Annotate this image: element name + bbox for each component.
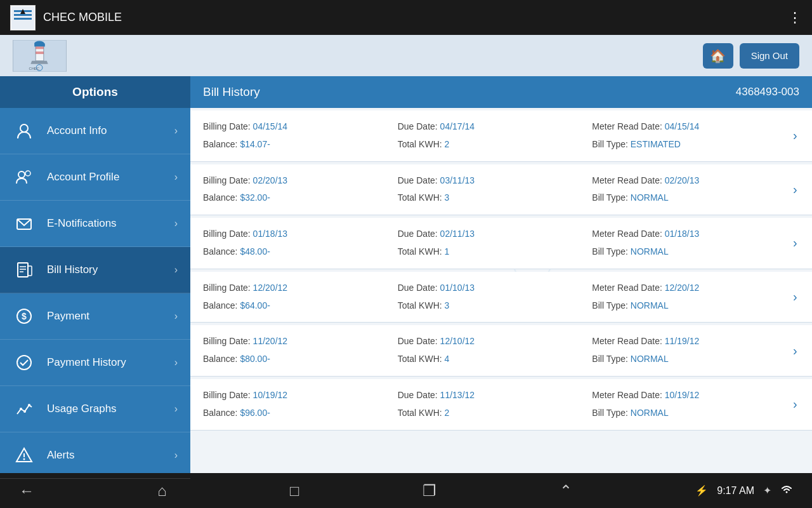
svg-point-26	[20, 408, 22, 410]
account-info-label: Account Info	[47, 124, 174, 137]
content-title: Bill History	[203, 85, 260, 99]
alerts-chevron: ›	[174, 450, 178, 461]
alerts-icon	[13, 444, 36, 467]
bill-chevron: ›	[787, 227, 797, 260]
svg-point-27	[23, 410, 26, 413]
sidebar-item-account-info[interactable]: Account Info ›	[0, 108, 190, 154]
status-bar: ⚡ 9:17 AM ✦	[695, 485, 793, 497]
bill-items-container: Billing Date: 04/15/14 Due Date: 04/17/1…	[190, 110, 812, 431]
home-button[interactable]: 🏠	[703, 43, 733, 69]
bill-item[interactable]: Billing Date: 01/18/13 Due Date: 02/11/1…	[190, 218, 812, 269]
svg-rect-2	[14, 14, 32, 16]
svg-rect-3	[14, 18, 32, 20]
bill-history-chevron: ›	[174, 264, 178, 276]
e-notifications-icon	[13, 212, 36, 235]
usage-graphs-chevron: ›	[174, 403, 178, 415]
svg-point-8	[34, 41, 44, 46]
sidebar-item-payment[interactable]: $ Payment ›	[0, 293, 190, 340]
svg-rect-9	[36, 46, 44, 49]
e-notifications-label: E-Notifications	[47, 217, 174, 230]
sidebar-item-account-profile[interactable]: Account Profile ›	[0, 154, 190, 201]
header-bar: CHEC 🏠 Sign Out	[0, 35, 812, 76]
bill-item[interactable]: Billing Date: 04/15/14 Due Date: 04/17/1…	[190, 110, 812, 162]
sidebar: Options Account Info › Account Profile ›…	[0, 76, 190, 473]
svg-point-25	[17, 356, 31, 370]
bill-list: Cape Hatteras Electric Cooperative Billi…	[190, 108, 812, 473]
account-info-icon	[13, 119, 36, 142]
svg-text:CHEC: CHEC	[29, 67, 39, 70]
bill-item[interactable]: Billing Date: 10/19/12 Due Date: 11/13/1…	[190, 379, 812, 431]
sidebar-item-e-notifications[interactable]: E-Notifications ›	[0, 201, 190, 247]
svg-point-16	[25, 171, 30, 176]
sign-out-button[interactable]: Sign Out	[740, 43, 799, 69]
svg-rect-18	[18, 263, 28, 277]
logo-area: CHEC	[13, 40, 67, 72]
bill-history-label: Bill History	[47, 264, 174, 276]
main-content: Options Account Info › Account Profile ›…	[0, 76, 812, 473]
e-notifications-chevron: ›	[174, 218, 178, 229]
bluetooth-icon: ✦	[763, 485, 771, 497]
home-icon: 🏠	[710, 48, 726, 64]
svg-text:$: $	[22, 311, 27, 321]
payment-history-label: Payment History	[47, 356, 174, 369]
back-button[interactable]: ←	[19, 482, 34, 500]
account-number: 4368493-003	[736, 86, 799, 98]
app-icon	[10, 5, 36, 30]
payment-history-chevron: ›	[174, 357, 178, 368]
home-nav-button[interactable]: ⌂	[157, 482, 167, 500]
svg-point-28	[28, 404, 30, 406]
usage-graphs-icon	[13, 398, 36, 420]
payment-icon: $	[13, 305, 36, 328]
account-profile-chevron: ›	[174, 171, 178, 183]
app-title: CHEC MOBILE	[43, 11, 122, 24]
bill-chevron: ›	[787, 119, 797, 152]
bill-chevron: ›	[787, 388, 797, 421]
time-display: 9:17 AM	[717, 485, 754, 497]
wifi-icon	[780, 485, 793, 497]
svg-point-31	[23, 458, 25, 460]
svg-point-14	[20, 124, 28, 132]
alerts-label: Alerts	[47, 449, 174, 462]
svg-rect-10	[36, 51, 44, 54]
account-profile-label: Account Profile	[47, 171, 174, 184]
top-bar: CHEC MOBILE ⋮	[0, 0, 812, 35]
bill-item[interactable]: Billing Date: 02/20/13 Due Date: 03/11/1…	[190, 164, 812, 216]
content-panel: Bill History 4368493-003 Cape Hatteras E…	[190, 76, 812, 473]
bill-item[interactable]: Billing Date: 11/20/12 Due Date: 12/10/1…	[190, 325, 812, 377]
bill-chevron: ›	[787, 281, 797, 314]
screenshot-button[interactable]: ❐	[422, 482, 436, 500]
bill-history-icon	[13, 258, 36, 281]
recent-apps-button[interactable]: □	[290, 482, 299, 500]
top-bar-left: CHEC MOBILE	[10, 5, 122, 30]
payment-label: Payment	[47, 310, 174, 323]
bill-chevron: ›	[787, 334, 797, 367]
payment-history-icon	[13, 351, 36, 374]
usage-graphs-label: Usage Graphs	[47, 403, 174, 415]
company-logo: CHEC	[13, 40, 67, 72]
bill-item[interactable]: Billing Date: 12/20/12 Due Date: 01/10/1…	[190, 272, 812, 323]
sidebar-item-bill-history[interactable]: Bill History ›	[0, 247, 190, 293]
content-header: Bill History 4368493-003	[190, 76, 812, 108]
sidebar-item-alerts[interactable]: Alerts ›	[0, 432, 190, 479]
payment-chevron: ›	[174, 311, 178, 322]
header-buttons: 🏠 Sign Out	[703, 43, 799, 69]
up-button[interactable]: ⌃	[560, 482, 572, 500]
menu-icon[interactable]: ⋮	[788, 10, 802, 26]
usb-icon: ⚡	[695, 485, 708, 497]
sidebar-header: Options	[0, 76, 190, 108]
svg-marker-11	[30, 60, 48, 64]
account-info-chevron: ›	[174, 125, 178, 137]
svg-point-15	[18, 171, 25, 178]
sidebar-item-payment-history[interactable]: Payment History ›	[0, 340, 190, 386]
sidebar-item-usage-graphs[interactable]: Usage Graphs ›	[0, 386, 190, 432]
bill-chevron: ›	[787, 173, 797, 206]
account-profile-icon	[13, 166, 36, 189]
